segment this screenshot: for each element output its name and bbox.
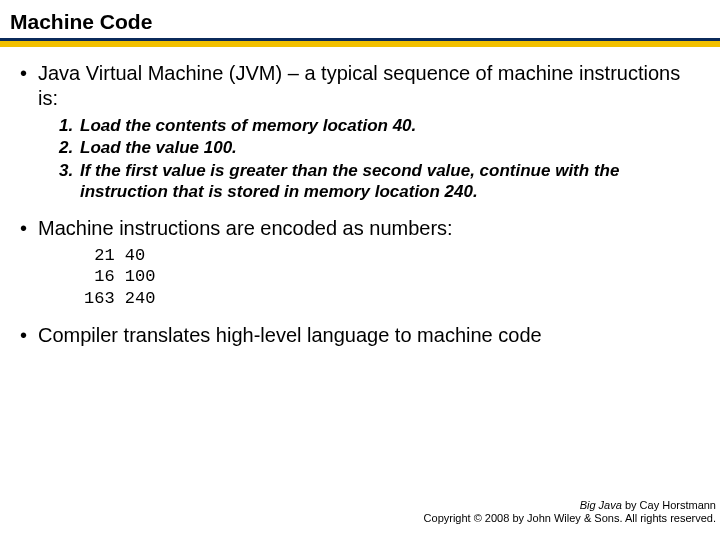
bullet-text: Machine instructions are encoded as numb… — [38, 217, 453, 239]
step-2: Load the value 100. — [78, 137, 704, 158]
title-block: Machine Code — [0, 0, 720, 34]
footer-author: by Cay Horstmann — [622, 499, 716, 511]
slide-title: Machine Code — [10, 10, 720, 34]
code-block: 21 40 16 100 163 240 — [84, 245, 704, 309]
footer-copyright: Copyright © 2008 by John Wiley & Sons. A… — [424, 512, 716, 526]
footer-book: Big Java — [580, 499, 622, 511]
bullet-item-encoding: Machine instructions are encoded as numb… — [16, 216, 704, 309]
content-area: Java Virtual Machine (JVM) – a typical s… — [0, 47, 720, 348]
slide: Machine Code Java Virtual Machine (JVM) … — [0, 0, 720, 540]
step-1: Load the contents of memory location 40. — [78, 115, 704, 136]
footer-line-1: Big Java by Cay Horstmann — [424, 499, 716, 513]
bullet-text: Java Virtual Machine (JVM) – a typical s… — [38, 62, 680, 109]
footer: Big Java by Cay Horstmann Copyright © 20… — [424, 499, 716, 527]
bullet-item-jvm: Java Virtual Machine (JVM) – a typical s… — [16, 61, 704, 202]
step-3: If the first value is greater than the s… — [78, 160, 704, 203]
step-list: Load the contents of memory location 40.… — [38, 115, 704, 202]
bullet-item-compiler: Compiler translates high-level language … — [16, 323, 704, 348]
bullet-list: Java Virtual Machine (JVM) – a typical s… — [16, 61, 704, 348]
bullet-text: Compiler translates high-level language … — [38, 324, 542, 346]
